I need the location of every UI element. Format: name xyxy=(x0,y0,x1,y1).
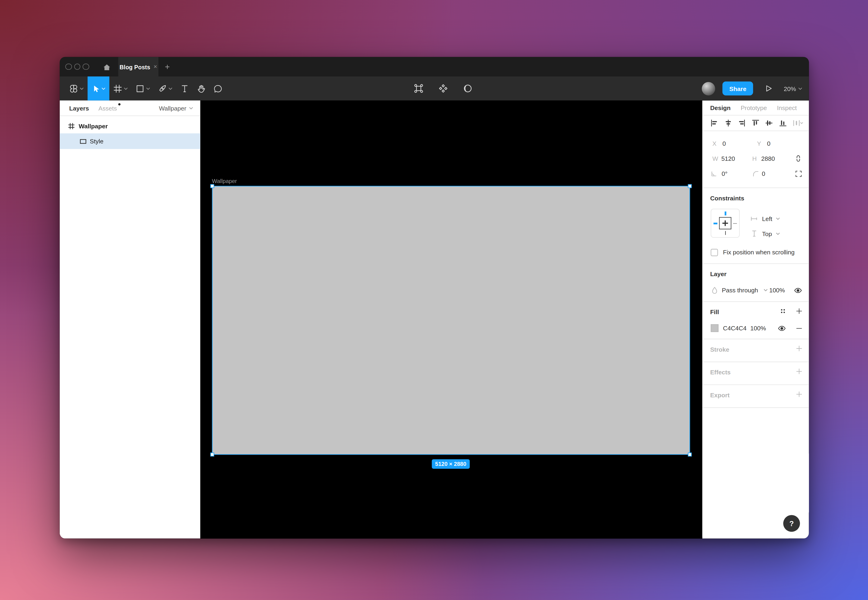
align-horizontal-centers-button[interactable] xyxy=(723,118,733,128)
desktop-background: Blog Posts × + xyxy=(0,0,868,600)
add-effect-button[interactable] xyxy=(794,368,804,375)
constraint-right[interactable] xyxy=(733,223,737,224)
add-fill-button[interactable] xyxy=(794,308,804,315)
fill-opacity-input[interactable]: 100% xyxy=(750,325,773,332)
remove-fill-button[interactable] xyxy=(794,324,804,332)
window-zoom-button[interactable] xyxy=(83,64,89,70)
tab-layers[interactable]: Layers xyxy=(69,105,89,111)
edit-object-button[interactable] xyxy=(410,76,427,100)
layer-visibility-button[interactable] xyxy=(792,286,804,294)
main-menu-button[interactable] xyxy=(65,76,88,100)
resize-handle-top-right[interactable] xyxy=(688,184,692,188)
user-avatar[interactable] xyxy=(702,82,715,95)
resize-handle-top-left[interactable] xyxy=(210,184,214,188)
page-selector[interactable]: Wallpaper xyxy=(159,105,193,111)
constrain-proportions-button[interactable] xyxy=(792,154,804,163)
hand-tool-button[interactable] xyxy=(193,76,210,100)
tab-inspect[interactable]: Inspect xyxy=(777,104,797,111)
constraint-top-active[interactable] xyxy=(724,212,726,215)
move-tool-button[interactable] xyxy=(88,76,109,100)
x-label: X xyxy=(712,140,722,147)
effects-title: Effects xyxy=(710,369,730,376)
window-close-button[interactable] xyxy=(65,64,72,70)
close-tab-icon[interactable]: × xyxy=(154,64,157,70)
chevron-down-icon xyxy=(146,87,150,90)
constraint-bottom[interactable] xyxy=(725,231,726,235)
wh-row: W 5120 H 2880 xyxy=(712,154,804,163)
fix-position-row: Fix position when scrolling xyxy=(711,248,795,256)
align-right-icon xyxy=(738,119,745,126)
align-left-button[interactable] xyxy=(709,118,719,128)
layer-row-wallpaper[interactable]: Wallpaper xyxy=(60,119,200,133)
edit-object-icon xyxy=(414,83,423,93)
comment-tool-icon xyxy=(214,84,223,93)
align-vertical-centers-button[interactable] xyxy=(764,118,774,128)
resize-handle-bottom-left[interactable] xyxy=(210,453,214,457)
canvas[interactable]: Wallpaper 5120 × 2880 xyxy=(200,100,702,539)
rectangle-layer-icon xyxy=(80,139,86,144)
vertical-constraint-select[interactable]: Top xyxy=(750,229,780,238)
frame-tool-button[interactable] xyxy=(109,76,132,100)
stroke-title: Stroke xyxy=(710,346,729,353)
chevron-down-icon xyxy=(764,288,768,292)
file-tab[interactable]: Blog Posts × xyxy=(118,57,159,76)
text-tool-button[interactable] xyxy=(176,76,193,100)
width-label: W xyxy=(712,155,721,162)
fill-hex-input[interactable]: C4C4C4 xyxy=(723,325,750,332)
align-top-button[interactable] xyxy=(751,118,760,128)
home-button[interactable] xyxy=(100,60,113,74)
tab-prototype[interactable]: Prototype xyxy=(741,104,767,111)
distribute-icon xyxy=(793,119,803,126)
comment-tool-button[interactable] xyxy=(210,76,227,100)
tab-design[interactable]: Design xyxy=(710,104,730,111)
distribute-button[interactable] xyxy=(792,118,804,128)
align-left-icon xyxy=(711,119,718,126)
fill-title: Fill xyxy=(710,309,719,315)
fill-color-swatch[interactable] xyxy=(711,324,718,332)
mask-button[interactable] xyxy=(459,76,476,100)
align-right-button[interactable] xyxy=(737,118,746,128)
assets-notification-dot xyxy=(118,103,120,105)
add-stroke-button[interactable] xyxy=(794,345,804,352)
rotation-input[interactable]: 0° xyxy=(721,170,752,177)
fill-visibility-button[interactable] xyxy=(775,324,788,332)
new-tab-button[interactable]: + xyxy=(162,61,173,72)
present-button[interactable] xyxy=(760,76,777,100)
align-bottom-button[interactable] xyxy=(778,118,788,128)
fix-position-checkbox[interactable] xyxy=(711,248,718,256)
layer-name: Wallpaper xyxy=(79,123,108,129)
constraints-widget[interactable] xyxy=(711,209,740,238)
shape-tool-button[interactable] xyxy=(132,76,154,100)
zoom-level-control[interactable]: 20% xyxy=(784,85,802,92)
fill-styles-button[interactable] xyxy=(778,308,788,315)
corner-radius-input[interactable]: 0 xyxy=(762,170,792,177)
blend-mode-select[interactable] xyxy=(762,288,769,292)
align-bottom-icon xyxy=(779,119,786,126)
layer-row-style[interactable]: Style xyxy=(60,133,200,149)
selected-frame[interactable] xyxy=(212,186,690,455)
y-input[interactable]: 0 xyxy=(767,140,801,147)
width-input[interactable]: 5120 xyxy=(721,155,752,162)
vertical-constraint-value: Top xyxy=(762,230,772,237)
horizontal-constraint-select[interactable]: Left xyxy=(750,214,780,223)
pen-tool-button[interactable] xyxy=(154,76,176,100)
frame-label[interactable]: Wallpaper xyxy=(212,179,237,184)
resize-handle-bottom-right[interactable] xyxy=(688,453,692,457)
chevron-down-icon xyxy=(189,106,193,109)
add-export-button[interactable] xyxy=(794,391,804,398)
effects-section: Effects xyxy=(702,362,809,385)
toolbar-right-group: Share 20% xyxy=(702,76,802,100)
height-input[interactable]: 2880 xyxy=(761,155,792,162)
x-input[interactable]: 0 xyxy=(722,140,757,147)
chevron-down-icon xyxy=(168,87,172,90)
toolbar-left-group xyxy=(65,76,227,100)
window-minimize-button[interactable] xyxy=(74,64,80,70)
plus-icon xyxy=(795,368,803,375)
independent-corners-button[interactable] xyxy=(793,170,804,177)
help-button[interactable]: ? xyxy=(783,515,800,532)
layer-opacity-input[interactable]: 100% xyxy=(769,287,785,294)
create-component-button[interactable] xyxy=(434,76,452,100)
tab-assets[interactable]: Assets xyxy=(98,105,117,111)
constraint-left-active[interactable] xyxy=(714,223,717,224)
share-button[interactable]: Share xyxy=(723,82,753,95)
